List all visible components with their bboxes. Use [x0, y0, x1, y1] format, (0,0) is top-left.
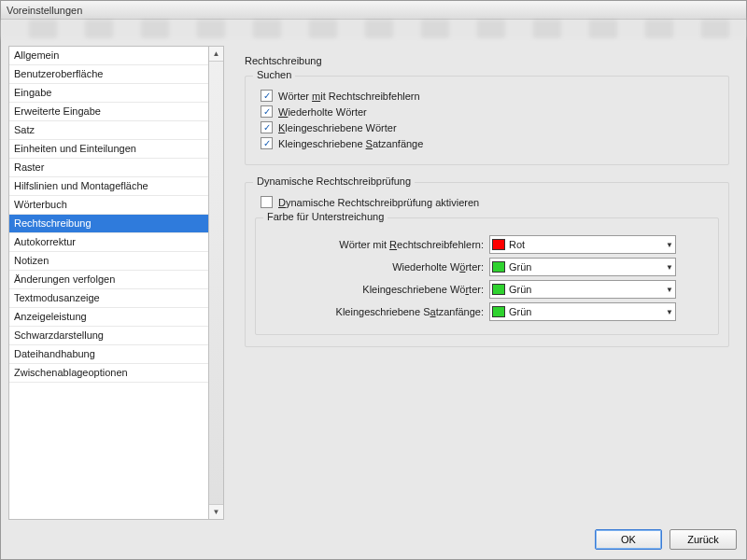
checkbox-label: Wörter mit Rechtschreibfehlern [278, 91, 420, 102]
back-button[interactable]: Zurück [669, 529, 737, 550]
chevron-down-icon: ▼ [666, 241, 673, 249]
color-value: Grün [509, 306, 662, 317]
sidebar-item[interactable]: Anzeigeleistung [9, 308, 208, 327]
color-value: Grün [509, 284, 662, 295]
checkbox[interactable] [261, 90, 273, 102]
dialog-footer: OK Zurück [1, 524, 746, 559]
find-group-title: Suchen [253, 69, 295, 80]
dynamic-enable-checkbox[interactable] [261, 196, 273, 208]
color-dropdown[interactable]: Grün▼ [489, 302, 676, 321]
color-value: Grün [509, 261, 662, 273]
ok-button[interactable]: OK [595, 529, 662, 550]
color-swatch-icon [492, 284, 505, 295]
sidebar-item[interactable]: Allgemein [9, 47, 208, 65]
color-swatch-icon [492, 239, 505, 250]
sidebar-scrollbar[interactable]: ▲ ▼ [209, 46, 224, 520]
find-check-row[interactable]: Kleingeschriebene Wörter [261, 121, 719, 133]
scroll-up-icon[interactable]: ▲ [209, 47, 223, 62]
sidebar-item[interactable]: Rechtschreibung [9, 215, 208, 233]
preferences-window: Voreinstellungen AllgemeinBenutzeroberfl… [0, 0, 747, 560]
sidebar-item[interactable]: Hilfslinien und Montagefläche [9, 177, 208, 196]
checkbox-label: Kleingeschriebene Wörter [278, 122, 397, 133]
color-label: Wörter mit Rechtschreibfehlern: [265, 239, 489, 250]
color-value: Rot [509, 239, 662, 250]
window-title: Voreinstellungen [1, 1, 746, 20]
color-swatch-icon [492, 261, 505, 273]
panel-heading: Rechtschreibung [245, 55, 729, 66]
dialog-body: AllgemeinBenutzeroberflächeEingabeErweit… [1, 38, 746, 524]
sidebar-item[interactable]: Erweiterte Eingabe [9, 103, 208, 121]
chevron-down-icon: ▼ [666, 263, 673, 272]
sidebar-item[interactable]: Wörterbuch [9, 196, 208, 215]
color-row: Wörter mit Rechtschreibfehlern:Rot▼ [265, 235, 709, 254]
chevron-down-icon: ▼ [666, 308, 673, 316]
sidebar-item[interactable]: Änderungen verfolgen [9, 271, 208, 289]
dynamic-group-title: Dynamische Rechtschreibprüfung [253, 175, 415, 187]
color-dropdown[interactable]: Grün▼ [489, 280, 676, 299]
checkbox-label: Wiederholte Wörter [278, 106, 367, 118]
underline-color-group: Farbe für Unterstreichung Wörter mit Rec… [255, 217, 719, 335]
sidebar-item[interactable]: Benutzeroberfläche [9, 65, 208, 84]
sidebar-item[interactable]: Autokorrektur [9, 233, 208, 252]
scroll-down-icon[interactable]: ▼ [209, 504, 223, 519]
dynamic-enable-row[interactable]: Dynamische Rechtschreibprüfung aktiviere… [261, 196, 719, 208]
dynamic-group: Dynamische Rechtschreibprüfung Dynamisch… [245, 182, 729, 347]
color-swatch-icon [492, 306, 505, 317]
sidebar-item[interactable]: Eingabe [9, 84, 208, 103]
chevron-down-icon: ▼ [666, 286, 673, 294]
find-group: Suchen Wörter mit RechtschreibfehlernWie… [245, 76, 729, 165]
underline-color-title: Farbe für Unterstreichung [263, 211, 388, 222]
find-check-row[interactable]: Wörter mit Rechtschreibfehlern [261, 90, 719, 102]
dynamic-enable-label: Dynamische Rechtschreibprüfung aktiviere… [278, 197, 479, 208]
color-label: Wiederholte Wörter: [265, 261, 489, 273]
color-row: Wiederholte Wörter:Grün▼ [265, 258, 709, 276]
checkbox[interactable] [261, 105, 273, 118]
sidebar-item[interactable]: Textmodusanzeige [9, 289, 208, 308]
checkbox-label: Kleingeschriebene Satzanfänge [278, 138, 423, 149]
background-toolbar-blur [1, 20, 746, 38]
sidebar-item[interactable]: Notizen [9, 252, 208, 271]
find-check-row[interactable]: Kleingeschriebene Satzanfänge [261, 137, 719, 149]
category-sidebar[interactable]: AllgemeinBenutzeroberflächeEingabeErweit… [8, 46, 209, 520]
sidebar-item[interactable]: Schwarzdarstellung [9, 327, 208, 345]
sidebar-item[interactable]: Dateihandhabung [9, 345, 208, 364]
sidebar-item[interactable]: Satz [9, 121, 208, 140]
sidebar-item[interactable]: Raster [9, 159, 208, 177]
sidebar-item[interactable]: Einheiten und Einteilungen [9, 140, 208, 159]
color-label: Kleingeschriebene Satzanfänge: [265, 306, 489, 317]
color-row: Kleingeschriebene Wörter:Grün▼ [265, 280, 709, 299]
sidebar-wrap: AllgemeinBenutzeroberflächeEingabeErweit… [8, 46, 224, 520]
color-label: Kleingeschriebene Wörter: [265, 284, 489, 295]
checkbox[interactable] [261, 121, 273, 133]
checkbox[interactable] [261, 137, 273, 149]
scroll-track[interactable] [209, 62, 223, 504]
settings-panel: Rechtschreibung Suchen Wörter mit Rechts… [228, 46, 739, 520]
color-row: Kleingeschriebene Satzanfänge:Grün▼ [265, 302, 709, 321]
color-dropdown[interactable]: Rot▼ [489, 235, 676, 254]
find-check-row[interactable]: Wiederholte Wörter [261, 105, 719, 118]
color-dropdown[interactable]: Grün▼ [489, 258, 676, 276]
sidebar-item[interactable]: Zwischenablageoptionen [9, 364, 208, 383]
